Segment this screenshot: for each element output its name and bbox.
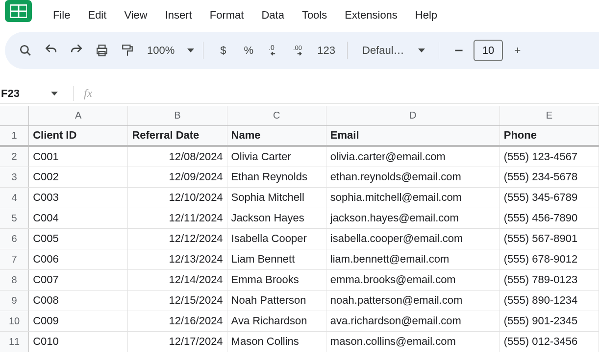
cell[interactable]: C006 (29, 249, 128, 269)
row-header[interactable]: 2 (0, 146, 29, 167)
cell[interactable]: 12/16/2024 (128, 311, 227, 331)
decrease-font-button[interactable] (448, 40, 470, 61)
cell[interactable]: olivia.carter@email.com (326, 146, 499, 167)
cell[interactable]: Referral Date (128, 125, 227, 146)
cell[interactable]: C008 (29, 290, 128, 311)
search-button[interactable] (15, 40, 36, 61)
decrease-decimal-button[interactable]: .0 (263, 40, 285, 61)
increase-decimal-button[interactable]: .00 (289, 40, 310, 61)
menu-insert[interactable]: Insert (156, 5, 201, 25)
cell[interactable]: Sophia Mitchell (227, 187, 326, 208)
column-header-a[interactable]: A (29, 106, 128, 125)
cell[interactable]: C009 (29, 311, 128, 331)
cell[interactable]: (555) 789-0123 (499, 269, 599, 290)
cell[interactable]: 12/17/2024 (128, 331, 227, 352)
cell[interactable]: liam.bennett@email.com (326, 249, 499, 269)
cell[interactable]: Isabella Cooper (227, 228, 326, 249)
cell[interactable]: Ava Richardson (227, 311, 326, 331)
cell[interactable]: emma.brooks@email.com (326, 269, 499, 290)
cell[interactable]: mason.collins@email.com (326, 331, 499, 352)
menu-file[interactable]: File (44, 5, 79, 25)
cell[interactable]: 12/09/2024 (128, 167, 227, 187)
menu-edit[interactable]: Edit (79, 5, 115, 25)
row-header[interactable]: 7 (0, 249, 29, 269)
cell[interactable]: Olivia Carter (227, 146, 326, 167)
cell[interactable]: isabella.cooper@email.com (326, 228, 499, 249)
redo-button[interactable] (66, 40, 87, 61)
spreadsheet-grid[interactable]: A B C D E 1 Client ID Referral Date Name… (0, 106, 599, 352)
cell[interactable]: 12/08/2024 (128, 146, 227, 167)
row-header[interactable]: 8 (0, 269, 29, 290)
cell[interactable]: 12/12/2024 (128, 228, 227, 249)
cell[interactable]: (555) 901-2345 (499, 311, 599, 331)
row-header[interactable]: 6 (0, 228, 29, 249)
menu-data[interactable]: Data (252, 5, 293, 25)
cell[interactable]: Jackson Hayes (227, 208, 326, 228)
cell[interactable]: Name (227, 125, 326, 146)
column-header-c[interactable]: C (227, 106, 326, 125)
cell[interactable]: (555) 123-4567 (499, 146, 599, 167)
row-header[interactable]: 4 (0, 187, 29, 208)
column-header-e[interactable]: E (499, 106, 599, 125)
sheets-logo[interactable] (5, 0, 32, 22)
cell[interactable]: (555) 567-8901 (499, 228, 599, 249)
zoom-dropdown-icon[interactable] (187, 49, 194, 52)
row-header[interactable]: 11 (0, 331, 29, 352)
cell[interactable]: Email (326, 125, 499, 146)
paint-format-button[interactable] (117, 40, 138, 61)
cell[interactable]: ethan.reynolds@email.com (326, 167, 499, 187)
cell[interactable]: 12/14/2024 (128, 269, 227, 290)
cell[interactable]: jackson.hayes@email.com (326, 208, 499, 228)
row-header-1[interactable]: 1 (0, 125, 29, 146)
cell[interactable]: 12/13/2024 (128, 249, 227, 269)
cell[interactable]: ava.richardson@email.com (326, 311, 499, 331)
cell[interactable]: 12/15/2024 (128, 290, 227, 311)
row-header[interactable]: 5 (0, 208, 29, 228)
menu-help[interactable]: Help (406, 5, 446, 25)
cell[interactable]: Noah Patterson (227, 290, 326, 311)
row-header[interactable]: 3 (0, 167, 29, 187)
undo-button[interactable] (40, 40, 62, 61)
cell[interactable]: noah.patterson@email.com (326, 290, 499, 311)
cell[interactable]: C005 (29, 228, 128, 249)
cell[interactable]: 12/10/2024 (128, 187, 227, 208)
cell[interactable]: C003 (29, 187, 128, 208)
increase-font-button[interactable]: + (507, 40, 528, 61)
cell[interactable]: Liam Bennett (227, 249, 326, 269)
select-all-corner[interactable] (0, 106, 29, 125)
cell[interactable]: 12/11/2024 (128, 208, 227, 228)
cell[interactable]: C002 (29, 167, 128, 187)
menu-tools[interactable]: Tools (293, 5, 336, 25)
cell[interactable]: Client ID (29, 125, 128, 146)
cell[interactable]: Ethan Reynolds (227, 167, 326, 187)
column-header-d[interactable]: D (326, 106, 499, 125)
row-header[interactable]: 10 (0, 311, 29, 331)
cell[interactable]: (555) 012-3456 (499, 331, 599, 352)
number-format-button[interactable]: 123 (314, 44, 338, 57)
menu-format[interactable]: Format (201, 5, 253, 25)
font-size-input[interactable]: 10 (474, 40, 503, 61)
cell[interactable]: (555) 678-9012 (499, 249, 599, 269)
menu-extensions[interactable]: Extensions (336, 5, 406, 25)
font-family-select[interactable]: Defaul… (356, 44, 430, 57)
zoom-level[interactable]: 100% (142, 44, 179, 57)
cell[interactable]: Mason Collins (227, 331, 326, 352)
print-button[interactable] (91, 40, 113, 61)
percent-button[interactable]: % (238, 40, 259, 61)
column-header-b[interactable]: B (128, 106, 227, 125)
cell[interactable]: (555) 345-6789 (499, 187, 599, 208)
cell[interactable]: sophia.mitchell@email.com (326, 187, 499, 208)
fx-icon[interactable]: fx (84, 87, 92, 100)
cell[interactable]: (555) 234-5678 (499, 167, 599, 187)
cell[interactable]: Emma Brooks (227, 269, 326, 290)
name-box[interactable]: F23 (0, 87, 64, 100)
cell[interactable]: C007 (29, 269, 128, 290)
row-header[interactable]: 9 (0, 290, 29, 311)
cell[interactable]: C010 (29, 331, 128, 352)
cell[interactable]: C001 (29, 146, 128, 167)
cell[interactable]: (555) 890-1234 (499, 290, 599, 311)
menu-view[interactable]: View (115, 5, 156, 25)
cell[interactable]: Phone (499, 125, 599, 146)
cell[interactable]: C004 (29, 208, 128, 228)
currency-button[interactable]: $ (212, 40, 234, 61)
